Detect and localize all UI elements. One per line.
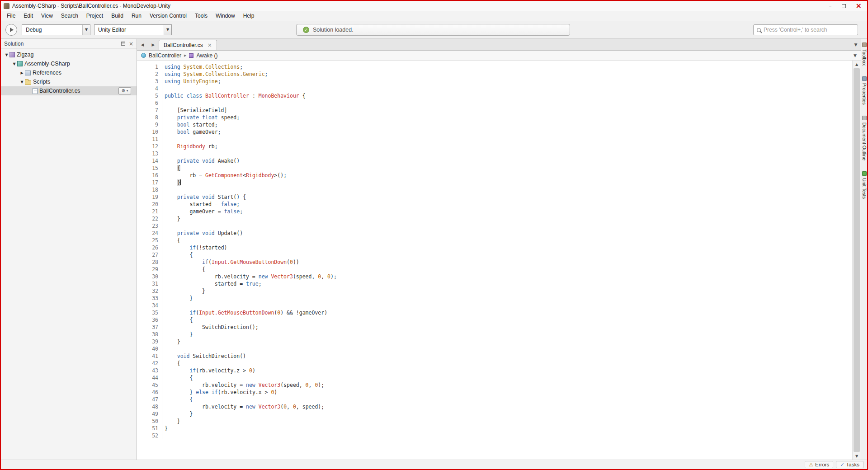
line-number: 39 [137,338,162,345]
code-line: 25 { [137,237,852,244]
breadcrumb-method[interactable]: Awake () [196,52,217,59]
tab-ballcontroller[interactable]: BallController.cs × [159,40,217,50]
code-token [165,367,189,374]
search-input[interactable] [764,27,854,33]
scroll-down-icon[interactable]: ▼ [853,452,861,460]
code-line: 48 rb.velocity = new Vector3(0, 0, speed… [137,403,852,410]
scrollbar-thumb[interactable] [854,68,860,452]
configuration-dropdown[interactable]: Debug ▼ [22,24,90,35]
chevron-down-icon[interactable]: ▼ [854,53,857,58]
expander-icon[interactable]: ▼ [19,80,25,84]
code-line-content: private void Awake() [165,158,240,164]
code-editor[interactable]: 1using System.Collections;2using System.… [137,61,852,460]
code-line-content: { [165,252,193,258]
tab-label: BallController.cs [164,42,203,48]
tree-item-zigzag[interactable]: ▼Zigzag [1,50,137,59]
code-token [165,122,177,128]
run-button[interactable] [5,24,17,36]
menu-build[interactable]: Build [107,11,127,21]
code-token: ) [274,389,277,395]
menu-project[interactable]: Project [82,11,107,21]
code-line: 9 bool started; [137,121,852,128]
folder-icon [25,80,31,85]
menu-run[interactable]: Run [127,11,146,21]
code-line: 51} [137,425,852,432]
maximize-button[interactable] [842,4,846,8]
tab-list-dropdown[interactable]: ▼ [851,39,861,50]
code-token: { [299,93,306,99]
code-token: , speed); [296,404,324,410]
scroll-up-icon[interactable]: ▲ [853,61,861,68]
navigate-back-button[interactable]: ◀ [137,39,148,50]
menu-view[interactable]: View [37,11,57,21]
right-tab-label: Document Outline [862,122,867,160]
code-line: 2using System.Collections.Generic; [137,70,852,78]
code-line-content: } [165,338,180,345]
dock-icon[interactable] [121,42,125,46]
code-token: private void [177,158,218,164]
right-tab-properties[interactable]: Properties [862,76,867,105]
code-token: 0 [290,259,293,265]
menu-edit[interactable]: Edit [19,11,37,21]
line-number: 22 [137,215,162,222]
menu-tools[interactable]: Tools [191,11,212,21]
line-number: 41 [137,352,162,360]
code-line: 49 } [137,410,852,418]
tree-item-label: Scripts [33,79,50,85]
search-icon [757,28,761,32]
code-token: UnityEngine [184,78,218,85]
tree-item-assembly-csharp[interactable]: ▼Assembly-CSharp [1,59,137,68]
code-token: if [189,310,196,316]
expander-icon[interactable]: ▼ [11,62,17,66]
code-line: 24 private void Update() [137,230,852,237]
expander-icon[interactable]: ▼ [4,53,9,57]
close-icon[interactable]: × [129,41,133,47]
expander-icon[interactable]: ▶ [19,71,25,75]
item-options-button[interactable]: ⚙▾ [118,87,131,94]
editor-vscrollbar[interactable]: ▲ ▼ [852,61,861,460]
tree-item-references[interactable]: ▶References [1,68,137,77]
tree-item-ballcontroller-cs[interactable]: BallController.cs⚙▾ [1,86,137,95]
menu-help[interactable]: Help [239,11,259,21]
code-line: 31 started = true; [137,280,852,287]
right-tab-document-outline[interactable]: Document Outline [862,116,867,160]
code-token: { [165,375,193,381]
code-line-content: using System.Collections; [165,64,243,70]
errors-button[interactable]: ⚠ Errors [805,461,833,468]
menu-version-control[interactable]: Version Control [146,11,191,21]
code-token: BallController [205,93,249,99]
tree-item-scripts[interactable]: ▼Scripts [1,77,137,86]
line-number: 43 [137,367,162,374]
minimize-button[interactable]: – [829,3,832,9]
status-notification: ✓ Solution loaded. [296,24,570,36]
line-number: 35 [137,309,162,316]
tasks-button[interactable]: ✓ Tasks [836,461,863,468]
close-tab-icon[interactable]: × [208,42,212,48]
code-token: else if [196,389,217,395]
code-token: gameOver = [165,208,224,215]
errors-label: Errors [815,462,829,467]
check-icon: ✓ [840,462,844,467]
code-token [165,129,177,135]
gear-icon: ⚙ [122,89,126,93]
right-tab-toolbox[interactable]: Toolbox [862,42,867,66]
code-line-content: started = true; [165,281,262,287]
menu-window[interactable]: Window [212,11,239,21]
code-line: 50 } [137,418,852,425]
line-number: 45 [137,381,162,389]
line-number: 10 [137,128,162,136]
breadcrumb-class[interactable]: BallController [149,52,181,59]
close-button[interactable]: × [856,2,862,9]
menu-search[interactable]: Search [57,11,82,21]
menu-file[interactable]: File [3,11,19,21]
right-tab-unit-tests[interactable]: Unit Tests [862,171,867,199]
code-token [165,194,177,200]
code-token: { [165,237,180,244]
code-token: } [177,179,180,186]
code-token: } [165,295,193,301]
run-target-dropdown[interactable]: Unity Editor ▼ [94,24,172,35]
line-number: 47 [137,396,162,403]
navigate-forward-button[interactable]: ▶ [148,39,159,50]
references-icon [25,70,31,75]
window-controls: – × [829,2,864,9]
